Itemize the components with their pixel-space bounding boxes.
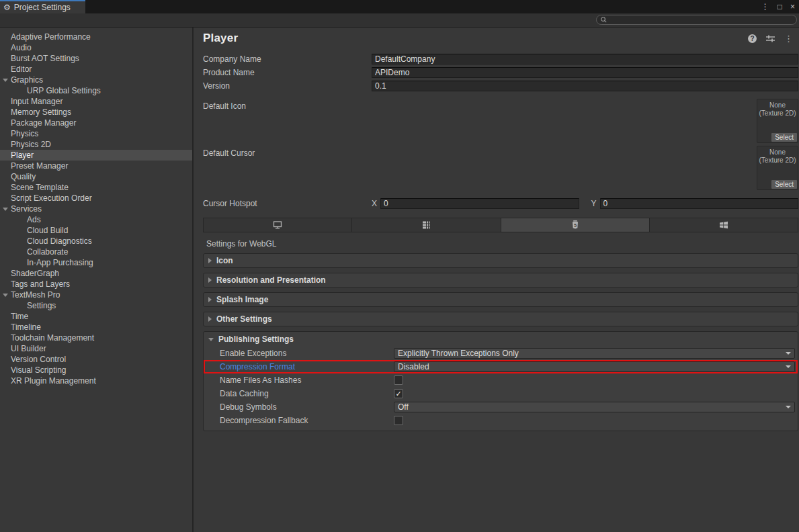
x-axis-label: X	[372, 199, 377, 208]
sidebar-item-version-control[interactable]: Version Control	[0, 354, 192, 365]
sidebar-item-cloud-diagnostics[interactable]: Cloud Diagnostics	[0, 236, 192, 247]
default-icon-picker[interactable]: None (Texture 2D) Select	[757, 99, 798, 143]
sidebar-item-cloud-build[interactable]: Cloud Build	[0, 225, 192, 236]
foldout-expanded-icon[interactable]	[3, 294, 8, 297]
sidebar-item-in-app-purchasing[interactable]: In-App Purchasing	[0, 257, 192, 268]
sidebar-item-time[interactable]: Time	[0, 311, 192, 322]
checkmark-icon: ✓	[395, 390, 401, 398]
foldout-collapsed-icon[interactable]	[208, 277, 212, 283]
sidebar-item-visual-scripting[interactable]: Visual Scripting	[0, 365, 192, 375]
default-icon-label: Default Icon	[203, 101, 757, 111]
sidebar-item-package-manager[interactable]: Package Manager	[0, 118, 192, 128]
object-none-value: None (Texture 2D)	[757, 148, 798, 165]
default-cursor-picker[interactable]: None (Texture 2D) Select	[757, 146, 798, 190]
object-none-value: None (Texture 2D)	[757, 101, 798, 118]
sidebar-item-ads[interactable]: Ads	[0, 214, 192, 225]
version-field[interactable]	[372, 81, 798, 91]
select-button[interactable]: Select	[771, 133, 797, 142]
monitor-icon	[272, 220, 283, 230]
cursor-hotspot-y-input[interactable]	[600, 198, 798, 209]
foldout-collapsed-icon[interactable]	[208, 258, 212, 263]
page-title: Player	[203, 32, 748, 45]
search-input[interactable]	[609, 16, 788, 24]
product-name-field[interactable]	[372, 67, 798, 78]
search-box[interactable]	[596, 15, 797, 25]
section-other-settings[interactable]: Other Settings	[203, 312, 798, 326]
sidebar-item-graphics[interactable]: Graphics	[0, 75, 192, 85]
window-menu-icon[interactable]: ⋮	[761, 2, 769, 11]
decompression-fallback-checkbox[interactable]	[394, 416, 403, 425]
sidebar-item-memory-settings[interactable]: Memory Settings	[0, 107, 192, 118]
settings-for-label: Settings for WebGL	[203, 239, 798, 249]
gear-icon: ⚙	[3, 3, 11, 11]
presets-icon[interactable]	[765, 34, 775, 43]
settings-sidebar: Adaptive Performance Audio Burst AOT Set…	[0, 28, 194, 532]
tab-standalone[interactable]	[204, 218, 352, 232]
maximize-icon[interactable]: □	[777, 2, 782, 11]
help-icon[interactable]: ?	[748, 34, 757, 43]
sidebar-item-collaborate[interactable]: Collaborate	[0, 247, 192, 257]
compression-format-dropdown[interactable]: Disabled	[394, 361, 795, 372]
foldout-collapsed-icon[interactable]	[208, 316, 212, 322]
enable-exceptions-dropdown[interactable]: Explicitly Thrown Exceptions Only	[394, 348, 795, 359]
select-button[interactable]: Select	[771, 180, 797, 189]
sidebar-item-physics[interactable]: Physics	[0, 128, 192, 139]
foldout-collapsed-icon[interactable]	[208, 297, 212, 302]
debug-symbols-label: Debug Symbols	[220, 402, 394, 412]
tab-project-settings[interactable]: ⚙ Project Settings	[0, 0, 85, 13]
cursor-hotspot-x-input[interactable]	[380, 198, 579, 209]
close-icon[interactable]: ×	[790, 2, 795, 11]
default-cursor-label: Default Cursor	[203, 148, 757, 158]
sidebar-item-tags-and-layers[interactable]: Tags and Layers	[0, 279, 192, 290]
sidebar-item-burst-aot-settings[interactable]: Burst AOT Settings	[0, 53, 192, 64]
sidebar-item-preset-manager[interactable]: Preset Manager	[0, 161, 192, 171]
sidebar-item-ui-builder[interactable]: UI Builder	[0, 343, 192, 354]
sidebar-item-tmp-settings[interactable]: Settings	[0, 300, 192, 311]
sidebar-item-input-manager[interactable]: Input Manager	[0, 96, 192, 107]
company-name-field[interactable]	[372, 54, 798, 64]
sidebar-item-editor[interactable]: Editor	[0, 64, 192, 75]
player-settings-panel: Player ? ⋮ Company Name Product Name Ver	[194, 28, 799, 532]
tab-windows-store[interactable]	[650, 218, 798, 232]
sidebar-item-shadergraph[interactable]: ShaderGraph	[0, 268, 192, 279]
sidebar-item-scene-template[interactable]: Scene Template	[0, 182, 192, 193]
decompression-fallback-label: Decompression Fallback	[220, 416, 394, 425]
data-caching-checkbox[interactable]: ✓	[394, 389, 403, 398]
sidebar-item-physics-2d[interactable]: Physics 2D	[0, 139, 192, 150]
sidebar-item-xr-plugin-management[interactable]: XR Plugin Management	[0, 375, 192, 386]
sidebar-item-toolchain-management[interactable]: Toolchain Management	[0, 332, 192, 343]
cursor-hotspot-label: Cursor Hotspot	[203, 199, 372, 208]
sidebar-item-audio[interactable]: Audio	[0, 42, 192, 53]
sidebar-item-urp-global-settings[interactable]: URP Global Settings	[0, 85, 192, 96]
dropdown-value: Disabled	[398, 362, 429, 371]
sidebar-item-player[interactable]: Player	[0, 150, 192, 161]
section-splash-image[interactable]: Splash Image	[203, 292, 798, 307]
svg-text:5: 5	[574, 222, 577, 228]
publishing-settings-header[interactable]: Publishing Settings	[204, 332, 798, 347]
debug-symbols-dropdown[interactable]: Off	[394, 402, 795, 412]
sidebar-item-textmesh-pro[interactable]: TextMesh Pro	[0, 290, 192, 300]
y-axis-label: Y	[591, 199, 597, 208]
foldout-expanded-icon[interactable]	[3, 208, 8, 211]
debug-symbols-row: Debug Symbols Off	[204, 400, 798, 414]
foldout-expanded-icon[interactable]	[3, 79, 8, 82]
sidebar-item-script-execution-order[interactable]: Script Execution Order	[0, 193, 192, 204]
sidebar-item-quality[interactable]: Quality	[0, 171, 192, 182]
sidebar-item-timeline[interactable]: Timeline	[0, 322, 192, 332]
sidebar-item-services[interactable]: Services	[0, 204, 192, 214]
platform-tabs: 5	[203, 218, 798, 232]
toolbar	[0, 13, 799, 28]
panel-menu-icon[interactable]: ⋮	[784, 34, 793, 43]
foldout-expanded-icon[interactable]	[208, 338, 214, 341]
section-icon[interactable]: Icon	[203, 253, 798, 268]
chevron-down-icon	[786, 352, 791, 355]
sidebar-item-adaptive-performance[interactable]: Adaptive Performance	[0, 32, 192, 42]
tab-webgl[interactable]: 5	[501, 218, 650, 232]
section-title: Splash Image	[216, 295, 268, 304]
webgl-icon: 5	[570, 220, 581, 230]
section-resolution-and-presentation[interactable]: Resolution and Presentation	[203, 273, 798, 287]
name-files-as-hashes-checkbox[interactable]	[394, 375, 403, 385]
tab-dedicated-server[interactable]	[352, 218, 501, 232]
data-caching-row: Data Caching ✓	[204, 387, 798, 400]
version-label: Version	[203, 81, 372, 91]
